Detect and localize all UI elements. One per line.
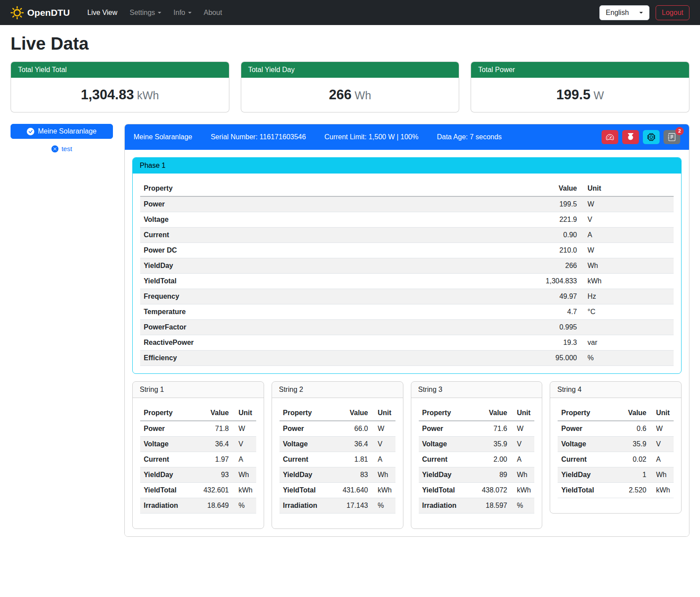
phase-table-body: Power 199.5 W Voltage 221.9 V xyxy=(140,196,674,366)
row-value: 1.81 xyxy=(335,452,372,467)
string-card-3: String 3 Property Value Unit xyxy=(411,381,543,529)
language-select[interactable]: English xyxy=(599,5,649,20)
row-unit: A xyxy=(511,452,534,467)
row-unit: % xyxy=(372,498,395,514)
sun-logo-icon xyxy=(11,6,24,19)
phase-table: Property Value Unit Power xyxy=(140,181,674,366)
summary-value: 1,304.83 xyxy=(81,87,134,102)
table-row: Power 71.8 W xyxy=(140,421,256,437)
summary-card-body: 1,304.83kWh xyxy=(11,78,229,112)
nav-item-about[interactable]: About xyxy=(199,5,228,20)
row-value: 35.9 xyxy=(613,437,650,452)
limit-settings-button[interactable] xyxy=(602,130,618,144)
sidebar-item-inverter-selected[interactable]: Meine Solaranlage xyxy=(11,124,113,139)
row-unit: °C xyxy=(580,304,674,320)
row-unit: % xyxy=(511,498,534,514)
check-circle-icon xyxy=(27,128,34,135)
summary-row: Total Yield Total 1,304.83kWh Total Yiel… xyxy=(11,62,689,112)
row-unit: A xyxy=(372,452,395,467)
row-value: 0.995 xyxy=(523,320,580,335)
col-header-value: Value xyxy=(474,405,511,421)
chevron-down-icon xyxy=(188,12,192,14)
row-unit: Wh xyxy=(650,467,674,483)
sidebar-item-label: test xyxy=(62,145,72,152)
event-count-badge: 2 xyxy=(675,127,684,135)
row-property: ReactivePower xyxy=(140,335,523,351)
col-header-value: Value xyxy=(613,405,650,421)
row-unit: W xyxy=(580,196,674,212)
row-property: Voltage xyxy=(558,437,613,452)
col-header-property: Property xyxy=(558,405,613,421)
nav-item-live-view[interactable]: Live View xyxy=(82,5,123,20)
table-header-row: Property Value Unit xyxy=(279,405,395,421)
row-value: 199.5 xyxy=(523,196,580,212)
inverter-card-header: Meine Solaranlage Serial Number: 1161716… xyxy=(125,124,689,150)
row-value: 19.3 xyxy=(523,335,580,351)
string-card-1: String 1 Property Value Unit xyxy=(132,381,264,529)
string-table-body: Power 66.0 W Voltage 36.4 V xyxy=(279,421,395,514)
table-row: PowerFactor 0.995 xyxy=(140,320,674,335)
col-header-property: Property xyxy=(419,405,474,421)
row-value: 49.97 xyxy=(523,289,580,304)
row-unit: V xyxy=(232,437,256,452)
row-value: 431.640 xyxy=(335,483,372,498)
summary-card-body: 266Wh xyxy=(241,78,459,112)
event-log-button[interactable]: 2 xyxy=(664,130,680,144)
nav-item-settings[interactable]: Settings xyxy=(124,5,167,20)
row-unit: W xyxy=(580,243,674,258)
row-unit: % xyxy=(580,351,674,366)
summary-card-total-power: Total Power 199.5W xyxy=(471,62,689,112)
col-header-unit: Unit xyxy=(511,405,534,421)
row-property: Voltage xyxy=(140,437,196,452)
table-row: Frequency 49.97 Hz xyxy=(140,289,674,304)
row-unit: V xyxy=(580,212,674,228)
string-body: Property Value Unit Power xyxy=(550,398,681,513)
row-value: 71.6 xyxy=(474,421,511,437)
power-icon xyxy=(627,133,635,141)
brand[interactable]: OpenDTU xyxy=(11,6,70,19)
device-info-button[interactable] xyxy=(643,130,660,144)
nav-item-label: About xyxy=(204,9,222,17)
table-row: Current 0.90 A xyxy=(140,228,674,243)
inverter-actions: 2 xyxy=(602,130,680,144)
row-unit: V xyxy=(372,437,395,452)
language-select-value: English xyxy=(606,9,629,17)
table-row: Voltage 36.4 V xyxy=(140,437,256,452)
table-row: YieldTotal 431.640 kWh xyxy=(279,483,395,498)
row-value: 0.6 xyxy=(613,421,650,437)
row-unit: Wh xyxy=(511,467,534,483)
summary-card-yield-day: Total Yield Day 266Wh xyxy=(241,62,460,112)
row-unit: V xyxy=(511,437,534,452)
row-value: 1,304.833 xyxy=(523,274,580,289)
row-property: Temperature xyxy=(140,304,523,320)
row-value: 93 xyxy=(196,467,232,483)
table-row: Irradiation 17.143 % xyxy=(279,498,395,514)
row-value: 432.601 xyxy=(196,483,232,498)
brand-label: OpenDTU xyxy=(27,7,70,18)
table-row: YieldDay 93 Wh xyxy=(140,467,256,483)
col-header-property: Property xyxy=(279,405,335,421)
row-property: Power xyxy=(558,421,613,437)
row-value: 221.9 xyxy=(523,212,580,228)
power-toggle-button[interactable] xyxy=(622,130,639,144)
sidebar-item-test[interactable]: test xyxy=(11,145,113,152)
inverter-card: Meine Solaranlage Serial Number: 1161716… xyxy=(124,124,689,537)
logout-button[interactable]: Logout xyxy=(656,5,689,20)
row-value: 0.02 xyxy=(613,452,650,467)
nav-item-label: Info xyxy=(174,9,185,17)
row-property: Irradiation xyxy=(140,498,196,514)
row-value: 266 xyxy=(523,258,580,274)
row-property: Frequency xyxy=(140,289,523,304)
col-header-unit: Unit xyxy=(650,405,674,421)
x-circle-icon xyxy=(51,145,58,152)
nav-item-info[interactable]: Info xyxy=(168,5,197,20)
row-property: Voltage xyxy=(279,437,335,452)
row-property: Voltage xyxy=(140,212,523,228)
table-row: Current 2.00 A xyxy=(419,452,535,467)
inverter-data-age: Data Age: 7 seconds xyxy=(437,133,502,141)
summary-unit: kWh xyxy=(137,89,159,101)
row-value: 83 xyxy=(335,467,372,483)
row-value: 18.597 xyxy=(474,498,511,514)
string-title: String 3 xyxy=(411,382,542,398)
string-table-body: Power 71.8 W Voltage 36.4 V xyxy=(140,421,256,514)
